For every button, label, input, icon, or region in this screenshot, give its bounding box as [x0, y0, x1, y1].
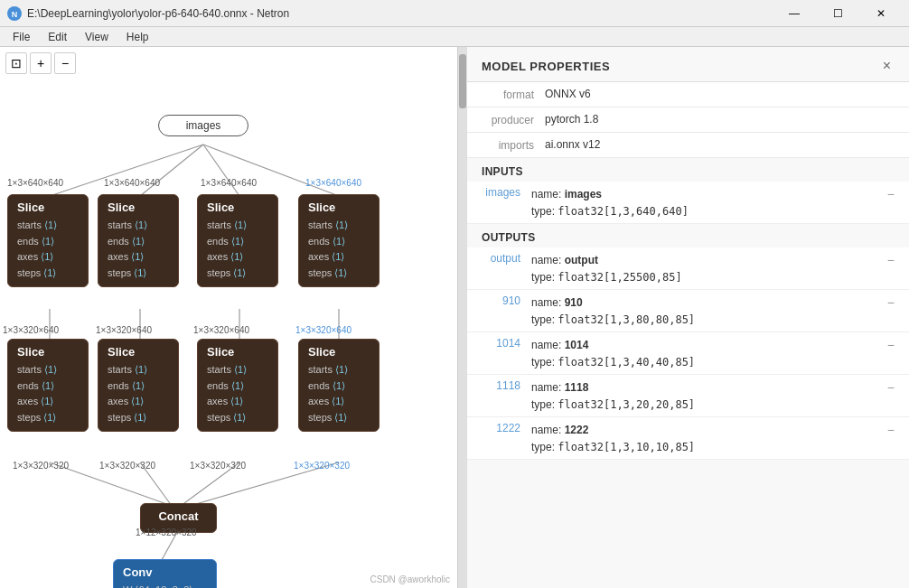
prop-producer: producer pytorch 1.8	[467, 107, 909, 133]
slice-r1c4-title: Slice	[308, 201, 370, 214]
output-1222-label: 1222	[482, 421, 531, 434]
toolbar-home[interactable]: ⊡	[5, 52, 27, 74]
slice-r2c4[interactable]: Slice starts ⟨1⟩ ends ⟨1⟩ axes ⟨1⟩ steps…	[298, 339, 380, 432]
main-area: ⊡ + −	[0, 47, 909, 588]
edge-label-r2c3: 1×3×320×640	[193, 325, 249, 335]
concat-title: Concat	[155, 509, 201, 523]
images-node[interactable]: images	[158, 115, 248, 136]
close-button[interactable]: ✕	[860, 1, 902, 26]
slice-r1c1-attrs: starts ⟨1⟩ ends ⟨1⟩ axes ⟨1⟩ steps ⟨1⟩	[17, 218, 79, 281]
watermark: CSDN @aworkholic	[370, 574, 450, 584]
output-910-name: name: 910	[531, 296, 583, 309]
edge-label-r2c1: 1×3×320×640	[3, 325, 59, 335]
output-1014-label: 1014	[482, 336, 531, 350]
output-1014-type-row: type: float32[1,3,40,40,85]	[531, 354, 895, 370]
edge-label-r1c2: 1×3×640×640	[104, 178, 160, 188]
edge-label-concat-conv: 1×12×320×320	[136, 527, 197, 537]
output-1222-type: type: float32[1,3,10,10,85]	[531, 441, 695, 453]
right-panel: MODEL PROPERTIES × format ONNX v6 produc…	[466, 47, 909, 588]
slice-r1c4[interactable]: Slice starts ⟨1⟩ ends ⟨1⟩ axes ⟨1⟩ steps…	[298, 194, 380, 287]
input-dash: −	[887, 187, 895, 201]
output-910-type-row: type: float32[1,3,80,80,85]	[531, 312, 895, 328]
toolbar-zoom-out[interactable]: −	[54, 52, 76, 74]
input-images-details: name: images − type: float32[1,3,640,640…	[531, 185, 895, 219]
slice-r1c1[interactable]: Slice starts ⟨1⟩ ends ⟨1⟩ axes ⟨1⟩ steps…	[7, 194, 89, 287]
panel-header: MODEL PROPERTIES ×	[467, 47, 909, 82]
slice-r1c3-title: Slice	[207, 201, 268, 214]
side-scroll-thumb[interactable]	[459, 54, 466, 108]
edge-label-r2c4: 1×3×320×640	[295, 325, 351, 335]
slice-r2c1-title: Slice	[17, 345, 79, 359]
input-name-text: name: images	[531, 188, 602, 201]
output-1118-type: type: float32[1,3,20,20,85]	[531, 398, 695, 411]
output-1118-dash: −	[887, 380, 895, 395]
conv-attrs: W ⟨64×12×3×3⟩ B ⟨64⟩	[123, 583, 207, 588]
output-1014[interactable]: 1014 name: 1014 − type: float32[1,3,40,4…	[467, 332, 909, 375]
output-1014-name: name: 1014	[531, 339, 588, 351]
slice-r2c3-attrs: starts ⟨1⟩ ends ⟨1⟩ axes ⟨1⟩ steps ⟨1⟩	[207, 362, 268, 425]
svg-line-5	[203, 145, 339, 196]
prop-producer-label: producer	[482, 113, 545, 126]
panel-body: format ONNX v6 producer pytorch 1.8 impo…	[467, 82, 909, 588]
edge-label-c3: 1×3×320×320	[190, 461, 246, 471]
toolbar-zoom-in[interactable]: +	[30, 52, 52, 74]
output-1014-type: type: float32[1,3,40,40,85]	[531, 356, 695, 369]
slice-r2c2[interactable]: Slice starts ⟨1⟩ ends ⟨1⟩ axes ⟨1⟩ steps…	[98, 339, 179, 432]
panel-close-button[interactable]: ×	[879, 58, 895, 74]
menu-help[interactable]: Help	[117, 29, 158, 45]
window-controls: — ☐ ✕	[773, 1, 902, 26]
edge-label-c2: 1×3×320×320	[99, 461, 155, 471]
output-output-name-row: name: output −	[531, 251, 895, 269]
output-1118[interactable]: 1118 name: 1118 − type: float32[1,3,20,2…	[467, 375, 909, 417]
output-1222-details: name: 1222 − type: float32[1,3,10,10,85]	[531, 421, 895, 455]
slice-r2c3-title: Slice	[207, 345, 268, 359]
input-images[interactable]: images name: images − type: float32[1,3,…	[467, 182, 909, 224]
slice-r2c4-attrs: starts ⟨1⟩ ends ⟨1⟩ axes ⟨1⟩ steps ⟨1⟩	[308, 362, 370, 425]
canvas-area: ⊡ + −	[0, 47, 457, 588]
slice-r1c3[interactable]: Slice starts ⟨1⟩ ends ⟨1⟩ axes ⟨1⟩ steps…	[197, 194, 278, 287]
svg-line-2	[50, 145, 203, 196]
menu-file[interactable]: File	[4, 29, 39, 45]
images-label: images	[186, 119, 221, 132]
side-scrollbar[interactable]	[457, 47, 466, 588]
output-910-details: name: 910 − type: float32[1,3,80,80,85]	[531, 294, 895, 328]
edge-label-c1: 1×3×320×320	[13, 461, 69, 471]
menu-view[interactable]: View	[76, 29, 117, 45]
minimize-button[interactable]: —	[773, 1, 815, 26]
prop-imports-label: imports	[482, 138, 545, 152]
output-output[interactable]: output name: output − type: float32[1,25…	[467, 247, 909, 290]
conv-node[interactable]: Conv W ⟨64×12×3×3⟩ B ⟨64⟩	[113, 559, 217, 588]
app-icon: N	[7, 6, 22, 21]
title-bar-left: N E:\DeepLearning\yolor\yolor-p6-640-640…	[7, 6, 289, 21]
inputs-header: INPUTS	[467, 158, 909, 182]
conv-title: Conv	[123, 565, 207, 579]
menu-bar: File Edit View Help	[0, 27, 909, 47]
slice-r2c3[interactable]: Slice starts ⟨1⟩ ends ⟨1⟩ axes ⟨1⟩ steps…	[197, 339, 278, 432]
output-1222[interactable]: 1222 name: 1222 − type: float32[1,3,10,1…	[467, 417, 909, 460]
slice-r1c2-attrs: starts ⟨1⟩ ends ⟨1⟩ axes ⟨1⟩ steps ⟨1⟩	[108, 218, 169, 281]
edge-label-r1c3: 1×3×640×640	[201, 178, 257, 188]
slice-r2c1[interactable]: Slice starts ⟨1⟩ ends ⟨1⟩ axes ⟨1⟩ steps…	[7, 339, 89, 432]
prop-producer-value: pytorch 1.8	[545, 113, 895, 126]
edge-label-c4: 1×3×320×320	[294, 461, 350, 471]
output-type-text: type: float32[1,25500,85]	[531, 271, 682, 284]
maximize-button[interactable]: ☐	[817, 1, 858, 26]
canvas-scroll[interactable]: images 1×3×640×640 1×3×640×640 1×3×640×6…	[0, 47, 457, 588]
edge-label-r1c1: 1×3×640×640	[7, 178, 63, 188]
output-910[interactable]: 910 name: 910 − type: float32[1,3,80,80,…	[467, 290, 909, 332]
output-1118-name-row: name: 1118 −	[531, 378, 895, 397]
output-910-type: type: float32[1,3,80,80,85]	[531, 313, 695, 326]
output-name-text: name: output	[531, 254, 598, 266]
edge-label-r2c2: 1×3×320×640	[96, 325, 152, 335]
slice-r1c4-attrs: starts ⟨1⟩ ends ⟨1⟩ axes ⟨1⟩ steps ⟨1⟩	[308, 218, 370, 281]
prop-format: format ONNX v6	[467, 82, 909, 107]
slice-r1c2[interactable]: Slice starts ⟨1⟩ ends ⟨1⟩ axes ⟨1⟩ steps…	[98, 194, 179, 287]
slice-r1c2-title: Slice	[108, 201, 169, 214]
input-type-text: type: float32[1,3,640,640]	[531, 205, 689, 218]
canvas-content: images 1×3×640×640 1×3×640×640 1×3×640×6…	[0, 47, 443, 588]
menu-edit[interactable]: Edit	[39, 29, 76, 45]
input-images-label: images	[482, 185, 531, 199]
input-images-type-row: type: float32[1,3,640,640]	[531, 203, 895, 219]
output-1014-dash: −	[887, 338, 895, 352]
output-1118-type-row: type: float32[1,3,20,20,85]	[531, 397, 895, 413]
